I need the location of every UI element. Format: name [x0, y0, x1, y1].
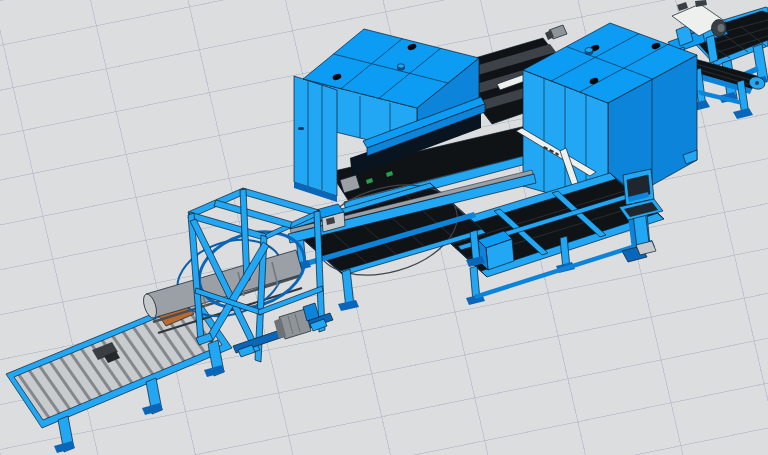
scene-canvas — [0, 0, 768, 455]
door-handle — [298, 127, 304, 130]
cad-viewport[interactable] — [0, 0, 768, 455]
roof-knob — [398, 64, 405, 68]
roof-knob — [585, 48, 593, 53]
side-cabinet — [294, 76, 337, 196]
